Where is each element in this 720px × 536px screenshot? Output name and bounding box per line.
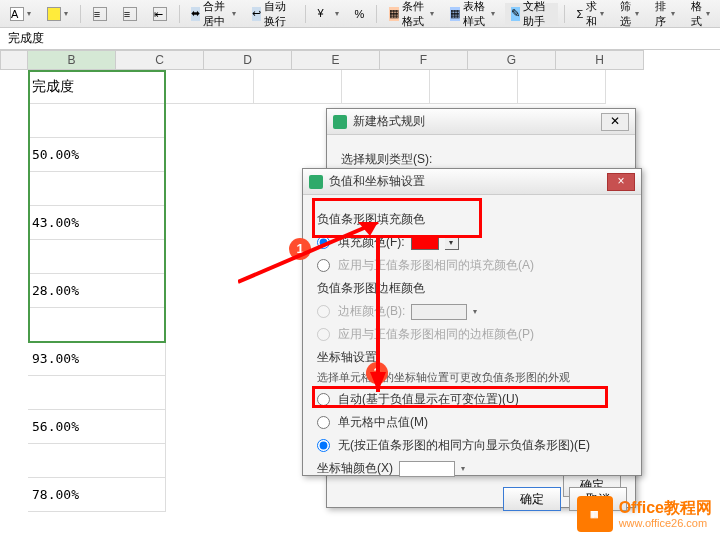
doc-assistant-button[interactable]: ✎文档助手 bbox=[505, 3, 557, 25]
formula-bar[interactable]: 完成度 bbox=[0, 28, 720, 50]
axis-none-row[interactable]: 无(按正值条形图的相同方向显示负值条形图)(E) bbox=[317, 437, 627, 454]
same-border-row: 应用与正值条形图相同的边框颜色(P) bbox=[317, 326, 627, 343]
conditional-format-button[interactable]: ▦条件格式▾ bbox=[383, 3, 440, 25]
axis-auto-row[interactable]: 自动(基于负值显示在可变位置)(U) bbox=[317, 391, 627, 408]
filter-button[interactable]: 筛选▾ bbox=[614, 3, 645, 25]
same-fill-row[interactable]: 应用与正值条形图相同的填充颜色(A) bbox=[317, 257, 627, 274]
col-header[interactable]: H bbox=[556, 50, 644, 70]
table-style-button[interactable]: ▦表格样式▾ bbox=[444, 3, 501, 25]
wrap-text-button[interactable]: ↩自动换行 bbox=[246, 3, 298, 25]
same-border-radio bbox=[317, 328, 330, 341]
border-color-label: 边框颜色(B): bbox=[338, 303, 405, 320]
border-color-radio bbox=[317, 305, 330, 318]
cell[interactable] bbox=[430, 70, 518, 104]
close-icon[interactable]: × bbox=[607, 173, 635, 191]
watermark: ▦ Office教程网 www.office26.com bbox=[577, 496, 712, 532]
format-button[interactable]: 格式▾ bbox=[685, 3, 716, 25]
sort-button[interactable]: 排序▾ bbox=[649, 3, 680, 25]
number-format-button[interactable]: ¥▾ bbox=[312, 3, 345, 25]
col-header[interactable]: G bbox=[468, 50, 556, 70]
cell[interactable]: 56.00% bbox=[28, 410, 166, 444]
cell[interactable] bbox=[28, 308, 166, 342]
cell[interactable] bbox=[342, 70, 430, 104]
cell[interactable] bbox=[254, 70, 342, 104]
cell[interactable] bbox=[28, 172, 166, 206]
axis-mid-row[interactable]: 单元格中点值(M) bbox=[317, 414, 627, 431]
indent-button[interactable]: ⇤ bbox=[147, 3, 173, 25]
col-header[interactable]: E bbox=[292, 50, 380, 70]
cell[interactable]: 完成度 bbox=[28, 70, 166, 104]
col-header[interactable]: F bbox=[380, 50, 468, 70]
column-headers: B C D E F G H bbox=[0, 50, 720, 70]
cell[interactable] bbox=[28, 104, 166, 138]
fill-color-label: 填充颜色(F): bbox=[338, 234, 405, 251]
axis-mid-radio[interactable] bbox=[317, 416, 330, 429]
dialog-titlebar[interactable]: 负值和坐标轴设置 × bbox=[303, 169, 641, 195]
align-button[interactable]: ≡ bbox=[87, 3, 113, 25]
row-headers bbox=[0, 70, 28, 512]
wps-icon bbox=[309, 175, 323, 189]
cell[interactable]: 93.00% bbox=[28, 342, 166, 376]
cell[interactable] bbox=[518, 70, 606, 104]
border-color-row: 边框颜色(B): ▾ bbox=[317, 303, 627, 320]
fill-color-row[interactable]: 填充颜色(F): ▾ bbox=[317, 234, 627, 251]
section-label: 坐标轴设置 bbox=[317, 349, 627, 366]
cell[interactable] bbox=[28, 444, 166, 478]
cell[interactable] bbox=[166, 70, 254, 104]
axis-color-label: 坐标轴颜色(X) bbox=[317, 460, 393, 477]
cell[interactable] bbox=[28, 240, 166, 274]
dialog-title: 负值和坐标轴设置 bbox=[329, 173, 601, 190]
color-swatch[interactable] bbox=[411, 236, 439, 250]
cell[interactable]: 78.00% bbox=[28, 478, 166, 512]
cell[interactable]: 43.00% bbox=[28, 206, 166, 240]
ok-button[interactable]: 确定 bbox=[503, 487, 561, 511]
dialog-title: 新建格式规则 bbox=[353, 113, 595, 130]
cell[interactable] bbox=[28, 376, 166, 410]
rule-type-label: 选择规则类型(S): bbox=[341, 151, 621, 168]
same-border-label: 应用与正值条形图相同的边框颜色(P) bbox=[338, 326, 534, 343]
chevron-down-icon[interactable]: ▾ bbox=[445, 236, 459, 250]
fill-color-button[interactable]: ▾ bbox=[41, 3, 74, 25]
formula-value: 完成度 bbox=[8, 30, 44, 47]
section-label: 负值条形图边框颜色 bbox=[317, 280, 627, 297]
font-color-button[interactable]: A▾ bbox=[4, 3, 37, 25]
fill-color-radio[interactable] bbox=[317, 236, 330, 249]
section-label: 负值条形图填充颜色 bbox=[317, 211, 627, 228]
watermark-text: Office教程网 www.office26.com bbox=[619, 499, 712, 529]
axis-none-radio[interactable] bbox=[317, 439, 330, 452]
cell[interactable]: 28.00% bbox=[28, 274, 166, 308]
col-header[interactable]: D bbox=[204, 50, 292, 70]
close-icon[interactable]: ✕ bbox=[601, 113, 629, 131]
ribbon-toolbar: A▾ ▾ ≡ ≡ ⇤ ⬌合并居中▾ ↩自动换行 ¥▾ % ▦条件格式▾ ▦表格样… bbox=[0, 0, 720, 28]
percent-button[interactable]: % bbox=[349, 3, 371, 25]
same-fill-label: 应用与正值条形图相同的填充颜色(A) bbox=[338, 257, 534, 274]
color-dropdown bbox=[411, 304, 467, 320]
same-fill-radio[interactable] bbox=[317, 259, 330, 272]
axis-color-dropdown[interactable] bbox=[399, 461, 455, 477]
axis-color-row[interactable]: 坐标轴颜色(X) ▾ bbox=[317, 460, 627, 477]
align2-button[interactable]: ≡ bbox=[117, 3, 143, 25]
axis-desc: 选择单元格中的坐标轴位置可更改负值条形图的外观 bbox=[317, 370, 627, 385]
wps-icon bbox=[333, 115, 347, 129]
dialog-titlebar[interactable]: 新建格式规则 ✕ bbox=[327, 109, 635, 135]
watermark-icon: ▦ bbox=[577, 496, 613, 532]
axis-auto-radio[interactable] bbox=[317, 393, 330, 406]
sum-button[interactable]: Σ求和▾ bbox=[570, 3, 610, 25]
negative-axis-dialog: 负值和坐标轴设置 × 负值条形图填充颜色 填充颜色(F): ▾ 应用与正值条形图… bbox=[302, 168, 642, 476]
col-header[interactable]: B bbox=[28, 50, 116, 70]
merge-center-button[interactable]: ⬌合并居中▾ bbox=[185, 3, 242, 25]
col-header[interactable]: C bbox=[116, 50, 204, 70]
select-all-corner[interactable] bbox=[0, 50, 28, 70]
cell[interactable]: 50.00% bbox=[28, 138, 166, 172]
